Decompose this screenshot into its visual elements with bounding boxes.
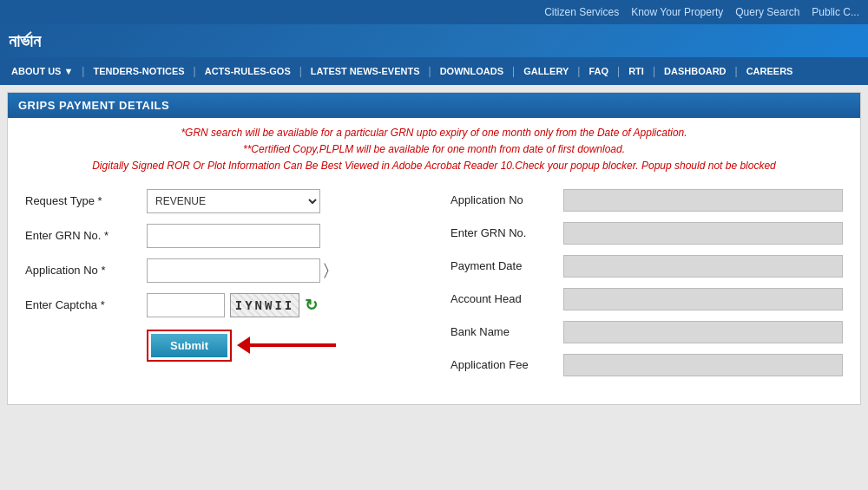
arrow-line — [249, 343, 336, 347]
arrow-head — [237, 336, 250, 354]
dropdown-icon: ▼ — [63, 66, 73, 76]
result-application-no-label: Application No — [450, 193, 563, 206]
form-container: Request Type * REVENUE PLOT MUTATION Ent… — [8, 180, 860, 404]
captcha-image: IYNWII — [230, 293, 299, 317]
captcha-row: Enter Captcha * IYNWII ↻ — [25, 293, 424, 317]
captcha-refresh-icon[interactable]: ↻ — [305, 296, 318, 315]
nav-tenders[interactable]: TENDERS-NOTICES — [86, 66, 191, 76]
nav-gallery[interactable]: GALLERY — [516, 66, 575, 76]
application-row: Application No * 〉 — [25, 258, 424, 283]
request-type-row: Request Type * REVENUE PLOT MUTATION — [25, 189, 424, 213]
result-bank-name-row: Bank Name — [450, 321, 843, 343]
nav-sep-5: | — [512, 65, 515, 77]
info-line2: **Certified Copy,PLPLM will be available… — [25, 141, 843, 158]
result-account-head-input — [563, 288, 843, 310]
result-payment-date-row: Payment Date — [450, 255, 843, 278]
result-application-no-row: Application No — [450, 189, 843, 212]
right-form: Application No Enter GRN No. Payment Dat… — [450, 189, 843, 387]
captcha-container: IYNWII ↻ — [147, 293, 318, 317]
know-property-link[interactable]: Know Your Property — [631, 6, 723, 18]
nav-about-us[interactable]: ABOUT US ▼ — [4, 66, 80, 76]
submit-btn-wrapper: Submit — [147, 330, 232, 362]
nav-sep-4: | — [429, 65, 431, 77]
info-line1: *GRN search will be available for a part… — [25, 125, 843, 141]
nav-faq[interactable]: FAQ — [582, 66, 615, 76]
citizen-services-link[interactable]: Citizen Services — [544, 6, 619, 18]
result-payment-date-label: Payment Date — [450, 259, 563, 272]
nav-news[interactable]: LATEST NEWS-EVENTS — [304, 66, 427, 76]
public-link[interactable]: Public C... — [812, 6, 859, 18]
top-nav: Citizen Services Know Your Property Quer… — [0, 0, 868, 24]
left-form: Request Type * REVENUE PLOT MUTATION Ent… — [25, 189, 424, 387]
arrow-container — [240, 343, 336, 347]
nav-sep-6: | — [577, 65, 580, 77]
application-label: Application No * — [25, 264, 147, 277]
request-type-label: Request Type * — [25, 194, 147, 207]
cursor-icon: 〉 — [324, 261, 329, 279]
result-payment-date-input — [563, 255, 843, 278]
application-input[interactable] — [147, 258, 320, 283]
result-application-fee-input — [563, 354, 843, 376]
request-type-select[interactable]: REVENUE PLOT MUTATION — [147, 189, 320, 213]
result-bank-name-label: Bank Name — [450, 325, 563, 338]
captcha-input[interactable] — [147, 293, 225, 317]
result-bank-name-input — [563, 321, 843, 343]
captcha-label: Enter Captcha * — [25, 298, 147, 311]
section-title: GRIPS PAYMENT DETAILS — [8, 93, 860, 118]
result-account-head-row: Account Head — [450, 288, 843, 310]
grn-label: Enter GRN No. * — [25, 229, 147, 242]
nav-acts[interactable]: ACTS-RULES-GOS — [198, 66, 298, 76]
site-logo: নার্ভান — [9, 31, 41, 51]
nav-careers[interactable]: CAREERS — [740, 66, 800, 76]
result-application-fee-row: Application Fee — [450, 354, 843, 376]
submit-area: Submit — [147, 330, 424, 362]
nav-sep-1: | — [82, 65, 84, 77]
result-grn-input — [563, 222, 843, 245]
grn-row: Enter GRN No. * — [25, 224, 424, 248]
grn-input[interactable] — [147, 224, 320, 248]
info-line3: Digitally Signed ROR Or Plot Information… — [25, 158, 843, 174]
submit-button[interactable]: Submit — [151, 334, 227, 357]
info-messages: *GRN search will be available for a part… — [8, 118, 860, 180]
result-grn-row: Enter GRN No. — [450, 222, 843, 245]
result-application-fee-label: Application Fee — [450, 358, 563, 371]
nav-rti[interactable]: RTI — [621, 66, 651, 76]
nav-sep-2: | — [194, 65, 196, 77]
nav-dashboard[interactable]: DASHBOARD — [657, 66, 733, 76]
content-area: GRIPS PAYMENT DETAILS *GRN search will b… — [7, 92, 861, 405]
nav-sep-9: | — [735, 65, 738, 77]
query-search-link[interactable]: Query Search — [735, 6, 799, 18]
top-nav-links: Citizen Services Know Your Property Quer… — [544, 6, 859, 18]
header-bar: নার্ভান — [0, 24, 868, 57]
result-application-no-input — [563, 189, 843, 212]
nav-sep-8: | — [653, 65, 655, 77]
nav-sep-3: | — [299, 65, 302, 77]
result-account-head-label: Account Head — [450, 292, 563, 305]
result-grn-label: Enter GRN No. — [450, 226, 563, 239]
nav-downloads[interactable]: DOWNLOADS — [433, 66, 510, 76]
main-nav: ABOUT US ▼ | TENDERS-NOTICES | ACTS-RULE… — [0, 57, 868, 85]
nav-sep-7: | — [617, 65, 620, 77]
